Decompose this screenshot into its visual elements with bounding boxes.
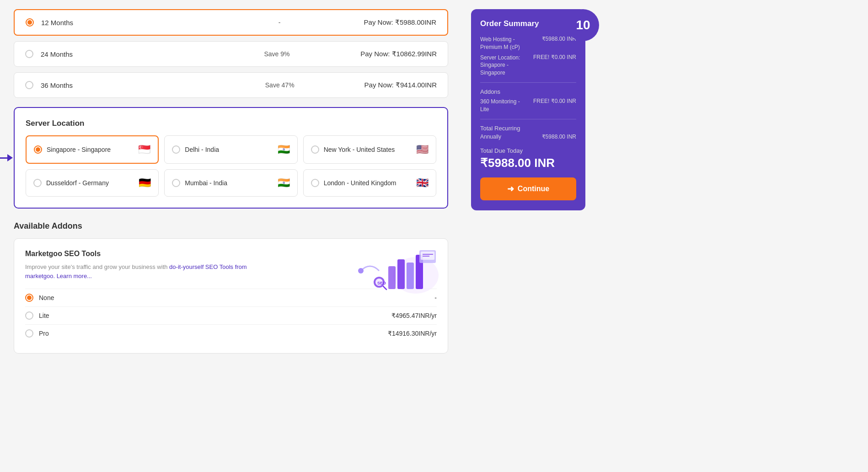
billing-12months-price: Pay Now: ₹5988.00INR [364,18,436,27]
addon-pro-label: Pro [39,330,382,337]
radio-addon-lite [25,311,33,320]
location-london-label: London - United Kingdom [324,179,412,187]
continue-arrow-icon: ➜ [507,184,514,194]
location-dusseldorf-label: Dusseldorf - Germany [46,179,134,187]
summary-location-value: FREE! ₹0.00 INR [533,54,576,60]
billing-12months-save: - [203,19,357,26]
location-grid: Singapore - Singapore 🇸🇬 Delhi - India 🇮… [26,135,436,197]
billing-24months-save: Save 9% [201,50,354,58]
addon-lite-label: Lite [39,312,386,319]
summary-location-label: Server Location: Singapore - Singapore [480,54,530,77]
flag-new-york: 🇺🇸 [416,144,429,156]
continue-button[interactable]: ➜ Continue [480,177,576,200]
step-number: 10 [576,18,590,32]
total-due-amount: ₹5988.00 INR [480,156,576,170]
arrow-head [7,154,13,161]
svg-rect-2 [397,259,405,289]
svg-text:SEO: SEO [377,281,386,285]
billing-12months-label: 12 Months [41,19,195,27]
radio-24months [25,50,33,58]
radio-singapore [34,145,42,154]
radio-mumbai [172,179,180,187]
addons-section: Available Addons [14,221,448,354]
addon-pro-option[interactable]: Pro ₹14916.30INR/yr [25,324,437,342]
svg-rect-6 [421,252,434,260]
radio-12months [26,18,34,27]
radio-addon-none [25,294,33,302]
location-mumbai-label: Mumbai - India [185,179,273,187]
server-location-section: Server Location Singapore - Singapore 🇸🇬… [14,107,448,209]
radio-london [311,179,319,187]
summary-item-hosting: Web Hosting - Premium M (cP) ₹5988.00 IN… [480,36,576,51]
addon-pro-price: ₹14916.30INR/yr [388,330,437,337]
billing-option-36months[interactable]: 36 Months Save 47% Pay Now: ₹9414.00INR [14,72,448,98]
location-delhi[interactable]: Delhi - India 🇮🇳 [164,135,297,164]
billing-option-12months[interactable]: 12 Months - Pay Now: ₹5988.00INR [14,9,448,36]
total-recurring-row: Annually ₹5988.00 INR [480,134,576,140]
arrow-shaft [0,157,7,159]
billing-36months-save: Save 47% [203,81,357,89]
right-sidebar: Order Summary Web Hosting - Premium M (c… [462,0,595,472]
marketgoo-link[interactable]: do-it-yourself SEO Tools from marketgoo.… [25,263,247,279]
billing-24months-price: Pay Now: ₹10862.99INR [360,50,437,58]
marketgoo-description: Improve your site's traffic and grow you… [25,263,277,280]
arrow-indicator [0,154,13,161]
location-london[interactable]: London - United Kingdom 🇬🇧 [303,169,436,197]
location-singapore[interactable]: Singapore - Singapore 🇸🇬 [26,135,159,164]
total-recurring-value: ₹5988.00 INR [542,134,576,140]
addons-section-title: Available Addons [14,221,448,231]
location-new-york-label: New York - United States [324,146,412,153]
location-new-york[interactable]: New York - United States 🇺🇸 [303,135,436,164]
seo-illustration: SEO [352,243,439,294]
marketgoo-addon-card: SEO Marketgoo SEO Tools Improve your sit… [14,238,448,354]
billing-36months-price: Pay Now: ₹9414.00INR [364,81,437,89]
step-indicator: 10 [567,9,599,41]
billing-24months-label: 24 Months [41,50,193,58]
billing-options-list: 12 Months - Pay Now: ₹5988.00INR 24 Mont… [14,9,448,98]
flag-mumbai: 🇮🇳 [278,177,290,189]
summary-addon-label: 360 Monitoring - Lite [480,98,530,113]
location-mumbai[interactable]: Mumbai - India 🇮🇳 [164,169,297,197]
flag-singapore: 🇸🇬 [138,144,150,156]
flag-delhi: 🇮🇳 [278,144,290,156]
addons-header: Addons [480,88,576,95]
flag-dusseldorf: 🇩🇪 [139,177,151,189]
summary-hosting-value: ₹5988.00 INR [542,36,576,42]
radio-addon-pro [25,329,33,338]
total-due-label: Total Due Today [480,147,576,154]
billing-option-24months[interactable]: 24 Months Save 9% Pay Now: ₹10862.99INR [14,41,448,67]
radio-dusseldorf [33,179,42,187]
radio-delhi [172,145,180,154]
order-summary-title: Order Summary [480,19,576,28]
total-recurring-sublabel: Annually [480,134,501,140]
summary-divider-2 [480,119,576,119]
location-singapore-label: Singapore - Singapore [47,146,134,153]
svg-rect-3 [407,263,414,289]
continue-label: Continue [518,185,549,193]
radio-36months [25,81,33,89]
server-location-title: Server Location [26,119,436,128]
addon-none-price: - [434,294,437,301]
svg-rect-1 [388,266,396,289]
billing-36months-label: 36 Months [41,81,195,89]
flag-london: 🇬🇧 [416,177,429,189]
summary-hosting-label: Web Hosting - Premium M (cP) [480,36,538,51]
summary-divider-1 [480,82,576,83]
addon-lite-price: ₹4965.47INR/yr [391,312,437,319]
total-recurring-label: Total Recurring [480,125,576,132]
summary-addon-value: FREE! ₹0.00 INR [533,98,576,104]
addon-lite-option[interactable]: Lite ₹4965.47INR/yr [25,306,437,324]
location-dusseldorf[interactable]: Dusseldorf - Germany 🇩🇪 [26,169,159,197]
radio-new-york [311,145,319,154]
summary-item-location: Server Location: Singapore - Singapore F… [480,54,576,77]
svg-line-11 [383,286,386,290]
svg-point-13 [358,268,364,274]
location-delhi-label: Delhi - India [185,146,273,153]
order-summary-card: Order Summary Web Hosting - Premium M (c… [471,9,585,210]
addon-none-label: None [39,294,429,301]
summary-addon-monitoring: 360 Monitoring - Lite FREE! ₹0.00 INR [480,98,576,113]
